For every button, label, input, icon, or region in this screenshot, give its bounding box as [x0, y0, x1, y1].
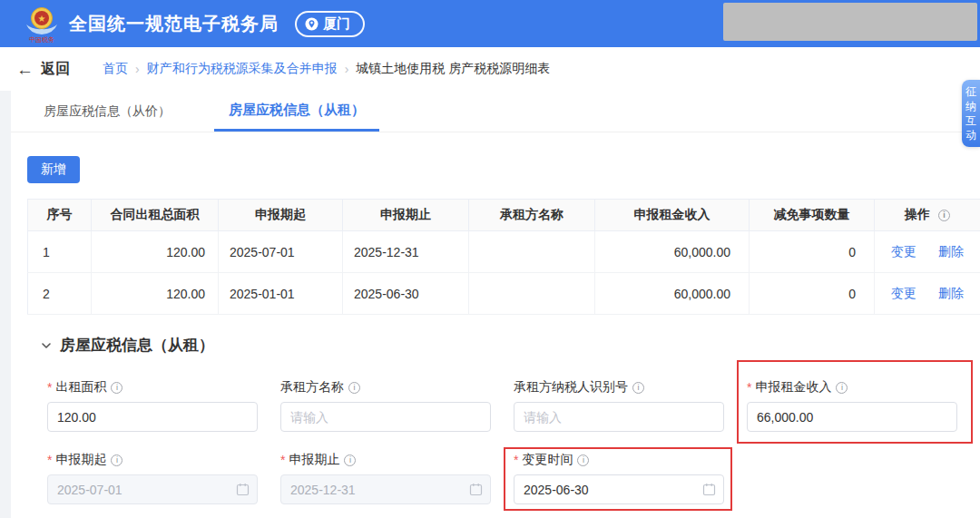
field-lessee-tax-id: 承租方纳税人识别号 [514, 379, 724, 432]
back-button[interactable]: ← 返回 [16, 60, 70, 79]
redaction-overlay [723, 3, 977, 41]
declared-rent-input[interactable] [747, 402, 957, 432]
lessee-name-input[interactable] [280, 402, 491, 432]
field-period-end: * 申报期止 [280, 452, 491, 504]
field-label: 承租方纳税人识别号 [514, 379, 724, 396]
required-asterisk: * [47, 453, 52, 467]
chevron-down-icon [41, 340, 52, 351]
section-title: 房屋应税信息（从租） [60, 335, 214, 356]
cell-actions: 变更 删除 [875, 273, 980, 315]
field-period-start: * 申报期起 [47, 452, 258, 504]
field-label: * 申报租金收入 [747, 379, 957, 396]
rent-area-input[interactable] [47, 402, 258, 432]
info-icon[interactable] [111, 382, 122, 394]
field-declared-rent: * 申报租金收入 [747, 379, 957, 432]
app-header: ★ 中国税务 全国统一规范电子税务局 厦门 [0, 0, 980, 47]
change-link[interactable]: 变更 [891, 286, 916, 300]
info-icon[interactable] [836, 382, 848, 394]
cell-rent: 60,000.00 [595, 231, 750, 273]
add-button[interactable]: 新增 [27, 156, 80, 183]
cell-exempt: 0 [750, 273, 875, 315]
page-gutter [0, 91, 11, 518]
col-start: 申报期起 [219, 200, 343, 231]
info-icon[interactable] [344, 454, 356, 466]
section-header[interactable]: 房屋应税信息（从租） [41, 335, 980, 356]
lessee-tax-id-input[interactable] [514, 402, 724, 432]
cell-area: 120.00 [92, 231, 219, 273]
cell-rent: 60,000.00 [595, 273, 750, 315]
back-label: 返回 [41, 60, 70, 79]
table-row: 2 120.00 2025-01-01 2025-06-30 60,000.00… [28, 273, 980, 315]
cell-start: 2025-07-01 [219, 231, 343, 273]
svg-text:★: ★ [38, 14, 46, 24]
breadcrumb-home[interactable]: 首页 [103, 61, 128, 77]
page: ★ 中国税务 全国统一规范电子税务局 厦门 ← 返回 首页 › 财产和行为税税源… [0, 0, 980, 518]
breadcrumb-current: 城镇土地使用税 房产税税源明细表 [356, 61, 550, 77]
breadcrumb-collection[interactable]: 财产和行为税税源采集及合并申报 [147, 61, 338, 77]
required-asterisk: * [47, 380, 52, 395]
content-card: 房屋应税信息（从价） 房屋应税信息（从租） 新增 序号 合同出租总面积 申报期起… [11, 91, 980, 518]
svg-text:中国税务: 中国税务 [29, 36, 54, 43]
col-rent: 申报租金收入 [595, 200, 750, 231]
cell-seq: 2 [28, 273, 92, 315]
tax-emblem-logo: ★ 中国税务 [24, 5, 60, 43]
field-label: * 变更时间 [514, 452, 724, 468]
interaction-widget[interactable]: 征纳互动 [962, 80, 980, 147]
cell-end: 2025-06-30 [343, 273, 469, 315]
field-lessee-name: 承租方名称 [280, 379, 491, 432]
cell-start: 2025-01-01 [219, 273, 343, 315]
delete-link[interactable]: 删除 [938, 244, 964, 259]
col-seq: 序号 [28, 200, 92, 231]
field-label: * 出租面积 [47, 379, 258, 396]
breadcrumb: 首页 › 财产和行为税税源采集及合并申报 › 城镇土地使用税 房产税税源明细表 [103, 61, 550, 77]
col-area: 合同出租总面积 [92, 200, 219, 231]
field-empty [747, 452, 957, 504]
info-icon[interactable] [577, 454, 589, 466]
col-exempt: 减免事项数量 [750, 200, 875, 231]
cell-exempt: 0 [750, 231, 875, 273]
delete-link[interactable]: 删除 [938, 286, 964, 300]
rent-table: 序号 合同出租总面积 申报期起 申报期止 承租方名称 申报租金收入 减免事项数量… [27, 199, 980, 315]
col-end: 申报期止 [343, 200, 469, 231]
period-start-input [47, 474, 258, 504]
breadcrumb-bar: ← 返回 首页 › 财产和行为税税源采集及合并申报 › 城镇土地使用税 房产税税… [0, 47, 980, 91]
tab-from-rent[interactable]: 房屋应税信息（从租） [214, 91, 379, 132]
tab-ad-valorem[interactable]: 房屋应税信息（从价） [38, 91, 176, 132]
field-change-date: * 变更时间 [514, 452, 724, 504]
info-icon[interactable] [111, 454, 122, 466]
field-label: * 申报期止 [280, 452, 491, 468]
rent-form: * 出租面积 承租方名称 承租方纳税人识别号 * [47, 379, 980, 504]
location-label: 厦门 [323, 15, 350, 33]
location-pin-icon [305, 17, 318, 31]
table-row: 1 120.00 2025-07-01 2025-12-31 60,000.00… [28, 231, 980, 273]
col-lessee: 承租方名称 [469, 200, 595, 231]
cell-area: 120.00 [92, 273, 219, 315]
info-icon[interactable] [632, 382, 644, 394]
required-asterisk: * [514, 453, 518, 467]
info-icon[interactable] [938, 210, 950, 221]
col-action: 操作 [875, 200, 980, 231]
breadcrumb-separator: › [135, 62, 140, 76]
tab-bar: 房屋应税信息（从价） 房屋应税信息（从租） [11, 91, 980, 132]
breadcrumb-separator: › [345, 62, 349, 76]
cell-lessee [469, 231, 595, 273]
field-label: 承租方名称 [280, 379, 491, 396]
cell-seq: 1 [28, 231, 92, 273]
cell-actions: 变更 删除 [875, 231, 980, 273]
field-rent-area: * 出租面积 [47, 379, 258, 432]
back-arrow-icon: ← [16, 61, 34, 78]
required-asterisk: * [280, 453, 285, 467]
app-title: 全国统一规范电子税务局 [69, 12, 279, 36]
period-end-input [280, 474, 491, 504]
change-date-input[interactable] [514, 474, 724, 504]
cell-lessee [469, 273, 595, 315]
table-header-row: 序号 合同出租总面积 申报期起 申报期止 承租方名称 申报租金收入 减免事项数量… [28, 200, 980, 231]
required-asterisk: * [747, 380, 751, 395]
info-icon[interactable] [348, 382, 360, 394]
location-badge[interactable]: 厦门 [295, 11, 365, 37]
cell-end: 2025-12-31 [343, 231, 469, 273]
field-label: * 申报期起 [47, 452, 258, 468]
change-link[interactable]: 变更 [891, 244, 916, 259]
